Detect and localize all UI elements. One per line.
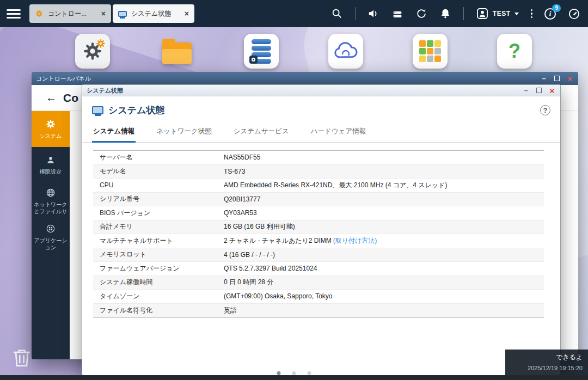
sidebar-item-label: 権限設定: [40, 168, 62, 175]
desktop-page-indicator: [277, 371, 311, 375]
table-row: タイムゾーン (GMT+09:00) Osaka, Sapporo, Tokyo: [93, 290, 544, 304]
help-icon[interactable]: [540, 105, 550, 115]
status-area[interactable]: できるよ 2025/12/19 19:15:20: [505, 350, 588, 375]
row-label: ファイル名符号化: [93, 306, 224, 315]
notification-bell-icon[interactable]: [439, 8, 451, 20]
row-value: Q20BI13777: [224, 195, 260, 203]
row-label: BIOS バージョン: [93, 209, 224, 218]
snapshot-icon: [249, 56, 258, 64]
background-tasks-icon[interactable]: [415, 8, 427, 20]
table-row: シリアル番号 Q20BI13777: [93, 193, 544, 207]
control-panel-sidebar: システム 権限設定 ネットワークとファイルサ: [32, 111, 70, 359]
sidebar-item-applications[interactable]: アプリケーション: [32, 219, 70, 255]
minimize-button[interactable]: [540, 75, 548, 82]
close-icon[interactable]: [101, 10, 106, 17]
recycle-bin-icon[interactable]: [10, 344, 34, 371]
volume-icon[interactable]: [367, 8, 379, 20]
multimedia-icon[interactable]: [413, 34, 448, 69]
myqnapcloud-icon[interactable]: [328, 34, 363, 69]
top-bar-actions: TEST 9: [331, 7, 580, 20]
close-button[interactable]: [548, 87, 556, 94]
control-panel-titlebar[interactable]: コントロールパネル: [32, 72, 578, 85]
monitor-icon: [92, 106, 103, 114]
tab-system-info[interactable]: システム情報: [92, 122, 136, 143]
mosaic-icon: [419, 40, 441, 62]
chevron-down-icon: [514, 13, 519, 15]
open-app-tabs: コントロー... システム状態: [29, 4, 194, 23]
row-label: モデル名: [93, 167, 224, 176]
more-menu-icon[interactable]: [531, 9, 533, 19]
system-info-table: サーバー名 NAS55DF55 モデル名 TS-673 CPU AMD Embe…: [93, 150, 544, 318]
gear-icon: [95, 38, 106, 49]
folder-icon: [162, 42, 192, 64]
row-label: サーバー名: [93, 153, 224, 162]
row-value: AMD Embedded R-Series RX-421ND、最大 2100 M…: [224, 181, 447, 190]
storage-snapshots-icon[interactable]: [244, 34, 279, 69]
row-label: 合計メモリ: [93, 222, 224, 231]
divider: [463, 7, 464, 20]
close-button[interactable]: [566, 75, 574, 82]
window-title: コントロールパネル: [36, 75, 91, 83]
external-device-icon[interactable]: [391, 8, 403, 20]
datetime-label: 2025/12/19 19:15:20: [511, 365, 583, 371]
row-label: CPU: [93, 181, 224, 189]
table-row: ファイル名符号化 英語: [93, 304, 544, 318]
installation-guide-link[interactable]: (取り付け方法): [333, 237, 377, 244]
row-label: シリアル番号: [93, 194, 224, 204]
divider: [355, 7, 356, 20]
control-panel-icon[interactable]: [75, 34, 110, 69]
tab-control-panel[interactable]: コントロー...: [29, 4, 111, 23]
close-icon[interactable]: [185, 10, 189, 17]
notification-message: できるよ: [511, 353, 583, 362]
window-title: システム状態: [87, 87, 123, 95]
search-icon[interactable]: [331, 8, 343, 20]
row-value: (GMT+09:00) Osaka, Sapporo, Tokyo: [224, 292, 333, 300]
row-value-text: 2 チャネル - チャネルあたり2 DIMM: [224, 237, 332, 244]
tab-label: コントロー...: [48, 9, 97, 19]
table-row: マルチチャネルサポート 2 チャネル - チャネルあたり2 DIMM(取り付け方…: [93, 234, 544, 248]
bottom-strip: [0, 375, 588, 380]
table-row: ファームウェアバージョン QTS 5.2.7.3297 Build 202510…: [93, 262, 544, 276]
row-label: ファームウェアバージョン: [93, 264, 224, 273]
notification-center[interactable]: 9: [544, 8, 556, 20]
page-dot[interactable]: [292, 371, 296, 375]
file-station-icon[interactable]: [160, 34, 194, 69]
main-menu-icon[interactable]: [7, 9, 21, 19]
sidebar-item-label: アプリケーション: [33, 237, 68, 251]
back-arrow-icon[interactable]: [46, 91, 57, 104]
tab-network-status[interactable]: ネットワーク状態: [155, 122, 212, 143]
page-dot[interactable]: [277, 371, 281, 375]
table-row: システム稼働時間 0 日 0 時間 28 分: [93, 276, 544, 290]
tab-hardware-info[interactable]: ハードウェア情報: [310, 122, 367, 143]
table-row: 合計メモリ 16 GB (16 GB 利用可能): [93, 220, 544, 235]
system-status-titlebar[interactable]: システム状態: [82, 85, 560, 96]
row-label: タイムゾーン: [93, 292, 224, 301]
system-status-window: システム状態 システム状態 システム情報 ネットワーク状態 システムサービス ハ…: [82, 84, 561, 376]
table-row: メモリスロット 4 (16 GB / - / - / -): [93, 248, 544, 262]
table-row: モデル名 TS-673: [93, 165, 544, 179]
table-row: BIOS バージョン QY03AR53: [93, 206, 544, 220]
cloud-icon: [333, 42, 359, 60]
row-value: 16 GB (16 GB 利用可能): [224, 222, 295, 231]
table-row: CPU AMD Embedded R-Series RX-421ND、最大 21…: [93, 179, 544, 193]
tab-system-status[interactable]: システム状態: [113, 4, 194, 23]
table-row: サーバー名 NAS55DF55: [93, 151, 544, 165]
row-value: 4 (16 GB / - / - / -): [224, 251, 275, 259]
row-value: 0 日 0 時間 28 分: [224, 278, 273, 287]
tab-system-service[interactable]: システムサービス: [232, 122, 290, 143]
sidebar-item-system[interactable]: システム: [32, 111, 70, 147]
user-icon: [476, 7, 489, 20]
row-label: システム稼働時間: [93, 278, 224, 287]
maximize-button[interactable]: [535, 87, 543, 94]
gear-icon: [35, 9, 44, 18]
sidebar-item-privilege[interactable]: 権限設定: [32, 147, 70, 183]
globe-icon: [45, 187, 56, 198]
page-dot[interactable]: [308, 371, 311, 375]
maximize-button[interactable]: [553, 75, 561, 82]
sidebar-item-network[interactable]: ネットワークとファイルサ: [32, 183, 70, 219]
minimize-button[interactable]: [522, 87, 530, 94]
user-menu[interactable]: TEST: [476, 7, 519, 20]
help-center-icon[interactable]: ?: [497, 34, 532, 69]
resource-monitor-icon[interactable]: [568, 8, 580, 20]
top-bar: コントロー... システム状態: [0, 0, 588, 27]
